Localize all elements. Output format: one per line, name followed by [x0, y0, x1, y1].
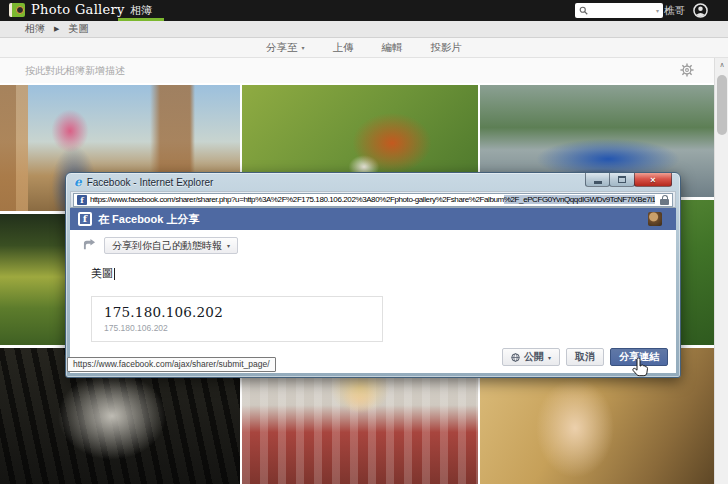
search-dropdown-caret-icon[interactable]: ▾ [656, 7, 659, 14]
link-preview-card[interactable]: 175.180.106.202 175.180.106.202 [91, 296, 383, 342]
facebook-dialog-header: f 在 Facebook 上分享 [70, 208, 676, 230]
privacy-label: 公開 [524, 350, 544, 364]
url-plain: https://www.facebook.com/sharer/sharer.p… [90, 195, 504, 204]
ssl-lock-icon [660, 195, 669, 205]
album-description-row: 按此對此相簿新增描述 [0, 58, 728, 83]
minimize-button[interactable] [585, 173, 610, 187]
audience-label: 分享到你自己的動態時報 [112, 239, 222, 253]
search-box[interactable]: ▾ [575, 3, 663, 18]
facebook-dialog-body: 分享到你自己的動態時報 ▾ 美圖 175.180.106.202 175.180… [70, 230, 676, 373]
search-icon [579, 6, 588, 15]
breadcrumb-current-album: 美圖 [68, 22, 88, 36]
facebook-favicon-icon: f [77, 195, 87, 205]
share-to-label: 分享至 [266, 41, 298, 55]
add-description-link[interactable]: 按此對此相簿新增描述 [25, 64, 125, 78]
gear-icon[interactable] [680, 63, 694, 77]
internet-explorer-icon: e [74, 176, 82, 188]
minimize-icon [594, 181, 602, 184]
chevron-down-icon: ▾ [227, 242, 230, 249]
share-message-input[interactable]: 美圖 [91, 266, 115, 281]
close-button[interactable]: × [634, 173, 672, 187]
facebook-logo-icon: f [78, 212, 92, 226]
chevron-down-icon: ▾ [301, 44, 304, 51]
status-bar-url: https://www.facebook.com/ajax/sharer/sub… [67, 357, 276, 372]
window-controls: × [586, 173, 672, 187]
ie-title-bar[interactable]: e Facebook - Internet Explorer × [66, 173, 680, 191]
app-logo-icon [9, 3, 25, 17]
globe-icon [511, 353, 520, 362]
window-title: Facebook - Internet Explorer [87, 177, 214, 188]
photo-gallery-page: Photo Gallery 相簿 ▾ 樵哥 相簿 ▶ 美圖 分享至 ▾ 上傳 編… [0, 0, 728, 484]
maximize-icon [618, 176, 626, 183]
top-app-bar: Photo Gallery 相簿 ▾ 樵哥 [0, 0, 728, 21]
address-input[interactable]: f https://www.facebook.com/sharer/sharer… [73, 193, 673, 207]
slideshow-button[interactable]: 投影片 [431, 41, 463, 55]
upload-button[interactable]: 上傳 [333, 41, 354, 55]
username-menu[interactable]: 樵哥 [664, 4, 685, 18]
hand-cursor-icon [632, 358, 648, 378]
cancel-button[interactable]: 取消 [566, 348, 604, 366]
user-avatar-icon[interactable] [693, 3, 708, 18]
audience-row: 分享到你自己的動態時報 ▾ [83, 237, 238, 254]
message-text: 美圖 [91, 266, 113, 281]
scrollbar-up-arrow-icon[interactable]: ∧ [715, 58, 728, 71]
app-title: Photo Gallery [31, 2, 125, 17]
link-domain: 175.180.106.202 [104, 323, 370, 333]
camera-lens-icon [16, 6, 24, 14]
page-scrollbar[interactable]: ∧ [714, 58, 728, 484]
url-selected-text: %2F_ePCFG0YvnQqqdIGWDv9TcNF7lXBe7i1lNT0C [504, 195, 655, 204]
share-to-button[interactable]: 分享至 ▾ [266, 41, 305, 55]
edit-button[interactable]: 編輯 [382, 41, 403, 55]
album-toolbar: 分享至 ▾ 上傳 編輯 投影片 [0, 38, 728, 58]
text-cursor [114, 268, 115, 280]
privacy-selector-dropdown[interactable]: 公開 ▾ [502, 348, 560, 366]
profile-avatar [648, 212, 662, 226]
tab-albums[interactable]: 相簿 [118, 0, 164, 21]
url-text: https://www.facebook.com/sharer/sharer.p… [90, 195, 655, 204]
share-arrow-icon [83, 239, 96, 252]
scrollbar-thumb[interactable] [717, 75, 727, 135]
maximize-button[interactable] [609, 173, 635, 187]
breadcrumb-albums-link[interactable]: 相簿 [25, 22, 45, 36]
audience-selector-dropdown[interactable]: 分享到你自己的動態時報 ▾ [104, 237, 238, 254]
breadcrumb-arrow-icon: ▶ [54, 25, 59, 33]
ie-popup-window: e Facebook - Internet Explorer × f https… [65, 172, 681, 378]
link-title: 175.180.106.202 [104, 304, 370, 320]
breadcrumb: 相簿 ▶ 美圖 [0, 21, 728, 38]
search-input[interactable] [588, 6, 656, 16]
chevron-down-icon: ▾ [548, 354, 551, 361]
dialog-title: 在 Facebook 上分享 [98, 212, 199, 227]
ie-address-bar: f https://www.facebook.com/sharer/sharer… [70, 191, 676, 208]
